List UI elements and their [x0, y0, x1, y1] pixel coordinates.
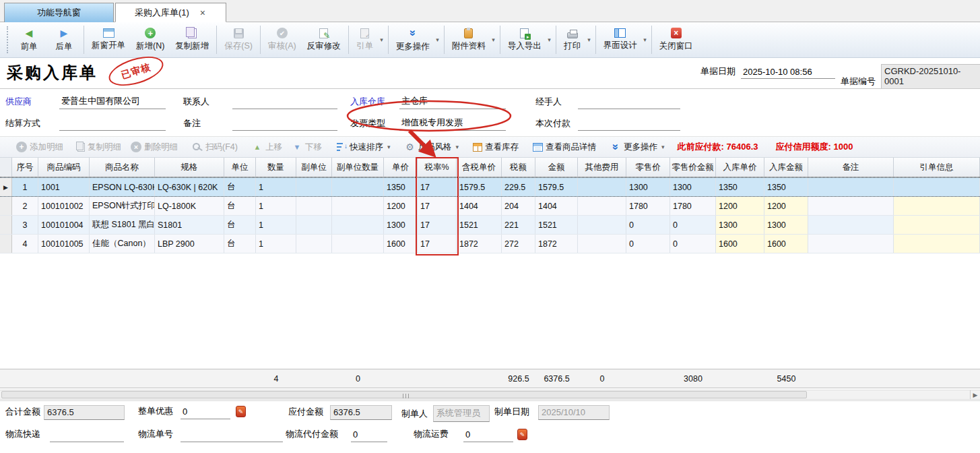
cell-r3-c4[interactable]: 台	[224, 216, 256, 234]
column-header-10[interactable]: 含税单价	[457, 158, 502, 177]
column-header-14[interactable]: 零售价	[626, 158, 670, 177]
cell-r3-c15[interactable]: 0	[670, 216, 716, 234]
unaudit-modify-button[interactable]: 反审修改	[302, 22, 346, 57]
cell-r4-c8[interactable]: 1600	[384, 235, 418, 253]
column-header-8[interactable]: 单价	[384, 158, 418, 177]
cell-r2-c13[interactable]	[578, 197, 626, 215]
cell-r1-c8[interactable]: 1350	[384, 178, 418, 196]
cell-r3-c9[interactable]: 17	[418, 216, 457, 234]
cell-r3-c16[interactable]: 1300	[716, 216, 764, 234]
cell-r2-c1[interactable]: 100101002	[38, 197, 90, 215]
cell-r3-c5[interactable]: 1	[256, 216, 296, 234]
copy-new-button[interactable]: 复制新增	[170, 22, 214, 57]
column-header-6[interactable]: 副单位	[296, 158, 332, 177]
column-header-11[interactable]: 税额	[502, 158, 535, 177]
cell-r1-c15[interactable]: 1300	[670, 178, 716, 196]
next-order-button[interactable]: 后单	[46, 22, 81, 57]
prev-order-button[interactable]: 前单	[11, 22, 46, 57]
cell-r2-c6[interactable]	[296, 197, 332, 215]
remark-input[interactable]	[232, 119, 337, 131]
column-header-9[interactable]: 税率%	[418, 158, 457, 177]
cell-r4-c12[interactable]: 1872	[535, 235, 578, 253]
cell-r3-c19[interactable]	[894, 216, 980, 234]
column-header-7[interactable]: 副单位数量	[332, 158, 384, 177]
table-row[interactable]: 2100101002EPSON针式打印LQ-1800K台112001714042…	[0, 197, 980, 216]
cell-r2-c0[interactable]: 2	[12, 197, 38, 215]
cell-r4-c2[interactable]: 佳能（Canon）	[90, 235, 155, 253]
column-header-17[interactable]: 入库金额	[764, 158, 808, 177]
column-header-16[interactable]: 入库单价	[716, 158, 764, 177]
invoice-type-input[interactable]: 增值税专用发票	[399, 117, 506, 131]
view-product-detail-button[interactable]: 查看商品详情	[528, 140, 601, 155]
tab-function-nav[interactable]: 功能导航窗	[4, 3, 114, 22]
cell-r4-c17[interactable]: 1600	[764, 235, 808, 253]
cell-r1-c6[interactable]	[296, 178, 332, 196]
cell-r3-c14[interactable]: 0	[626, 216, 670, 234]
new-window-order-button[interactable]: 新窗开单	[86, 22, 131, 57]
cell-r1-c11[interactable]: 229.5	[502, 178, 535, 196]
cell-r3-c7[interactable]	[332, 216, 384, 234]
cell-r1-c4[interactable]: 台	[224, 178, 256, 196]
doc-date-input[interactable]: 2025-10-10 08:56	[741, 67, 835, 79]
cell-r1-c12[interactable]: 1579.5	[535, 178, 578, 196]
cell-r1-c19[interactable]	[894, 178, 980, 196]
column-header-1[interactable]: 商品编码	[38, 158, 90, 177]
quick-sort-button[interactable]: 快速排序▾	[331, 140, 395, 155]
ui-design-button[interactable]: 界面设计▾	[598, 22, 649, 57]
handler-input[interactable]	[578, 97, 680, 109]
cell-r1-c13[interactable]	[578, 178, 626, 196]
table-row[interactable]: 3100101004联想 S1801 黑白S1801台1130017152122…	[0, 216, 980, 235]
logistics-express-input[interactable]	[50, 430, 124, 442]
order-discount-input[interactable]: 0	[181, 406, 230, 419]
cell-r3-c8[interactable]: 1300	[384, 216, 418, 234]
cell-r1-c10[interactable]: 1579.5	[457, 178, 502, 196]
cell-r3-c0[interactable]: 3	[12, 216, 38, 234]
cell-r1-c17[interactable]: 1350	[764, 178, 808, 196]
cell-r2-c16[interactable]: 1200	[716, 197, 764, 215]
cell-r3-c2[interactable]: 联想 S1801 黑白	[90, 216, 155, 234]
cell-r1-c0[interactable]: 1	[12, 178, 38, 196]
cell-r2-c15[interactable]: 1780	[670, 197, 716, 215]
size-style-button[interactable]: 尺码风格▾	[399, 140, 463, 155]
cell-r2-c7[interactable]	[332, 197, 384, 215]
cell-r2-c4[interactable]: 台	[224, 197, 256, 215]
cell-r1-c5[interactable]: 1	[256, 178, 296, 196]
contact-input[interactable]	[232, 97, 337, 109]
cell-r4-c9[interactable]: 17	[418, 235, 457, 253]
supplier-input[interactable]: 爱普生中国有限公司	[59, 95, 166, 109]
import-export-button[interactable]: 导入导出▾	[502, 22, 554, 57]
close-window-button[interactable]: 关闭窗口	[654, 22, 698, 57]
column-header-0[interactable]: 序号	[12, 158, 38, 177]
cell-r3-c12[interactable]: 1521	[535, 216, 578, 234]
cell-r2-c8[interactable]: 1200	[384, 197, 418, 215]
table-row[interactable]: 4100101005佳能（Canon）LBP 2900台116001718722…	[0, 235, 980, 253]
cell-r2-c12[interactable]: 1404	[535, 197, 578, 215]
scrollbar-thumb[interactable]	[1, 391, 807, 398]
warehouse-input[interactable]: 主仓库	[399, 95, 506, 109]
cell-r2-c17[interactable]: 1200	[764, 197, 808, 215]
print-button[interactable]: 打印▾	[558, 22, 593, 57]
cell-r2-c19[interactable]	[894, 197, 980, 215]
cell-r1-c16[interactable]: 1350	[716, 178, 764, 196]
cell-r4-c14[interactable]: 0	[626, 235, 670, 253]
cell-r4-c10[interactable]: 1872	[457, 235, 502, 253]
cell-r4-c1[interactable]: 100101005	[38, 235, 90, 253]
attachments-button[interactable]: 附件资料▾	[447, 22, 498, 57]
column-header-13[interactable]: 其他费用	[578, 158, 626, 177]
cell-r1-c9[interactable]: 17	[418, 178, 457, 196]
cell-r4-c16[interactable]: 1600	[716, 235, 764, 253]
cell-r3-c6[interactable]	[296, 216, 332, 234]
logistics-freight-input[interactable]: 0	[463, 429, 513, 442]
column-header-12[interactable]: 金额	[535, 158, 578, 177]
new-button[interactable]: 新增(N)	[131, 22, 170, 57]
settlement-input[interactable]	[59, 119, 166, 131]
cell-r4-c5[interactable]: 1	[256, 235, 296, 253]
column-header-3[interactable]: 规格	[155, 158, 224, 177]
payment-input[interactable]	[578, 119, 680, 131]
cell-r2-c3[interactable]: LQ-1800K	[155, 197, 224, 215]
cell-r2-c18[interactable]	[808, 197, 894, 215]
table-row[interactable]: ▶11001EPSON LQ-630KLQ-630K | 620K台113501…	[0, 177, 980, 197]
cell-r1-c1[interactable]: 1001	[38, 178, 90, 196]
cell-r2-c14[interactable]: 1780	[626, 197, 670, 215]
cell-r3-c1[interactable]: 100101004	[38, 216, 90, 234]
